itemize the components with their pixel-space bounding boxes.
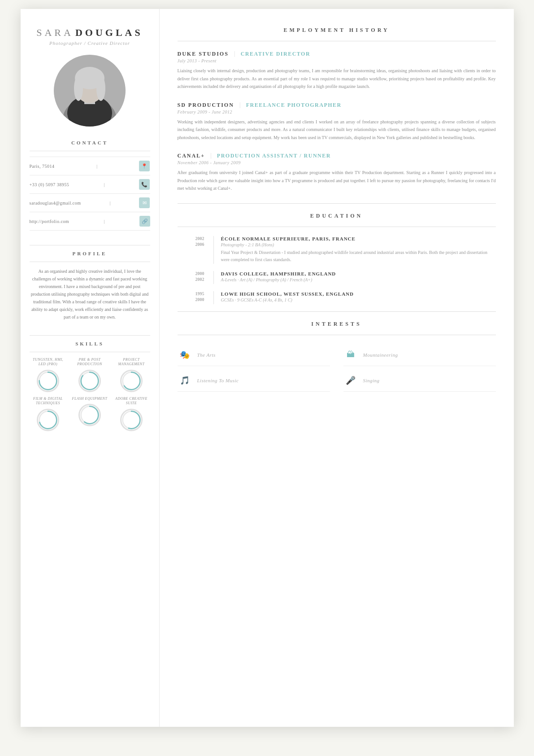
divider-edu: [178, 203, 496, 204]
skills-divider: [30, 352, 150, 352]
skills-grid: TUNGSTEN, HMI, LED (PRO) PRE & POST PROD…: [30, 358, 150, 431]
edu-details: LOWE HIGH SCHOOL, West Sussex, England G…: [213, 291, 496, 304]
education-section: EDUCATION 20022006 ÉCOLE NORMALE SUPERIE…: [178, 213, 496, 304]
skill-label: FILM & DIGITAL TECHNIQUES: [30, 397, 67, 406]
contact-icon: 🔗: [139, 216, 150, 227]
contact-text: saradouglas4@gmail.com: [30, 201, 81, 205]
edu-year: 2002: [195, 236, 204, 241]
interest-item: 🎭 The Arts: [178, 344, 330, 366]
edu-year: 1995: [195, 291, 204, 296]
edu-degree: GCSEs · 9 GCSEs A-C (4 As, 4 Bs, 1 C): [221, 297, 496, 302]
skill-label: PROJECT MANAGEMENT: [113, 358, 150, 367]
contact-separator: |: [104, 218, 104, 224]
contact-separator: |: [96, 163, 97, 169]
job-date: February 2009 - June 2012: [178, 109, 496, 114]
pipe: |: [234, 50, 235, 57]
contact-icon: ✉: [139, 197, 150, 208]
contact-text: +33 (0) 5097 38955: [30, 182, 69, 187]
contact-items: Paris, 75014 | 📍 +33 (0) 5097 38955 | 📞 …: [30, 157, 150, 231]
skill-label: FLASH EQUIPMENT: [72, 397, 108, 401]
jobs-container: DUKE STUDIOS | CREATIVE DIRECTOR July 20…: [178, 50, 496, 192]
pipe: |: [239, 101, 241, 109]
interest-icon: 🎤: [343, 373, 358, 388]
edu-details: DAVIS COLLEGE, Hampshire, England A-Leve…: [213, 271, 496, 284]
skill-label: ADOBE CREATIVE SUITE: [113, 397, 150, 406]
edu-year: 2000: [195, 271, 204, 276]
edu-entry: 19952000 LOWE HIGH SCHOOL, West Sussex, …: [178, 291, 496, 304]
skills-section: SKILLS TUNGSTEN, HMI, LED (PRO) PRE & PO…: [30, 341, 150, 431]
divider-3: [30, 335, 150, 336]
contact-section: CONTACT Paris, 75014 | 📍 +33 (0) 5097 38…: [30, 140, 150, 231]
divider-interests: [178, 311, 496, 312]
skill-item: TUNGSTEN, HMI, LED (PRO): [30, 358, 67, 392]
skill-circle: [78, 370, 101, 392]
contact-icon: 📍: [139, 161, 150, 171]
contact-title: CONTACT: [30, 140, 150, 145]
skill-circle: [120, 409, 143, 431]
job-date: November 2006 - January 2009: [178, 160, 496, 165]
job-entry: CANAL+ | PRODUCTION ASSISTANT / RUNNER N…: [178, 152, 496, 192]
avatar-svg: [54, 55, 126, 127]
edu-container: 20022006 ÉCOLE NORMALE SUPERIEURE, Paris…: [178, 236, 496, 304]
job-header: DUKE STUDIOS | CREATIVE DIRECTOR: [178, 50, 496, 57]
pipe: |: [210, 152, 212, 159]
edu-school: LOWE HIGH SCHOOL, West Sussex, England: [221, 291, 496, 297]
job-title: CREATIVE DIRECTOR: [241, 51, 310, 57]
interest-icon: 🎭: [178, 348, 192, 362]
divider-2: [30, 245, 150, 245]
skill-arc-svg: [122, 409, 141, 431]
contact-item: saradouglas4@gmail.com | ✉: [30, 194, 150, 212]
education-title: EDUCATION: [178, 213, 496, 219]
interests-title: INTERESTS: [178, 321, 496, 328]
interest-label: Singing: [363, 378, 380, 383]
skill-item: ADOBE CREATIVE SUITE: [113, 397, 150, 431]
skill-circle: [78, 404, 101, 426]
contact-divider: [30, 151, 150, 151]
interests-grid: 🎭 The Arts 🏔 Mountaineering 🎵 Listening …: [178, 344, 496, 392]
skill-circle: [37, 370, 59, 392]
edu-years: 20022006: [178, 236, 204, 264]
subtitle: Photographer / Creative Director: [49, 40, 130, 46]
job-date: July 2013 - Present: [178, 58, 496, 63]
company-name: DUKE STUDIOS: [178, 51, 229, 57]
skill-arc-svg: [38, 409, 58, 431]
skill-circle: [37, 409, 59, 431]
interests-section: INTERESTS 🎭 The Arts 🏔 Mountaineering 🎵 …: [178, 321, 496, 392]
contact-icon: 📞: [139, 179, 150, 190]
edu-degree: A-Levels · Art (A) / Photography (A) / F…: [221, 277, 496, 282]
edu-years: 19952000: [178, 291, 204, 304]
interests-divider: [178, 335, 496, 335]
skill-label: TUNGSTEN, HMI, LED (PRO): [30, 358, 67, 367]
job-entry: SD PRODUCTION | FREELANCE PHOTOGRAPHER F…: [178, 101, 496, 142]
edu-year: 2006: [195, 242, 204, 247]
contact-text: http://portfolio.com: [30, 219, 69, 224]
skill-item: PRE & POST PRODUCTION: [71, 358, 109, 392]
main-content: EMPLOYMENT HISTORY DUKE STUDIOS | CREATI…: [160, 9, 514, 727]
edu-year: 2000: [195, 297, 204, 302]
svg-point-7: [74, 76, 83, 101]
skill-arc-svg: [38, 370, 58, 392]
edu-degree: Photography - 2:1 BA (Hons): [221, 242, 496, 247]
interest-item: 🎤 Singing: [343, 370, 496, 392]
edu-years: 20002002: [178, 271, 204, 284]
edu-school: DAVIS COLLEGE, Hampshire, England: [221, 271, 496, 276]
job-desc: After graduating from university I joine…: [178, 169, 496, 192]
employment-section: EMPLOYMENT HISTORY DUKE STUDIOS | CREATI…: [178, 27, 496, 192]
job-desc: Working with independent designers, adve…: [178, 118, 496, 142]
skill-item: FLASH EQUIPMENT: [71, 397, 109, 431]
company-name: CANAL+: [178, 153, 205, 159]
skill-arc-svg: [122, 370, 141, 392]
skill-item: FILM & DIGITAL TECHNIQUES: [30, 397, 67, 431]
edu-school: ÉCOLE NORMALE SUPERIEURE, Paris, France: [221, 236, 496, 241]
profile-text: As an organised and highly creative indi…: [30, 267, 150, 321]
name-area: SARA DOUGLAS: [36, 27, 143, 39]
avatar: [54, 55, 126, 127]
company-name: SD PRODUCTION: [178, 102, 234, 109]
interest-item: 🎵 Listening To Music: [178, 370, 330, 392]
last-name: DOUGLAS: [75, 27, 143, 38]
contact-text: Paris, 75014: [30, 164, 55, 169]
employment-title: EMPLOYMENT HISTORY: [178, 27, 496, 34]
skill-arc-svg: [80, 404, 100, 426]
skill-item: PROJECT MANAGEMENT: [113, 358, 150, 392]
interest-icon: 🏔: [343, 348, 358, 362]
